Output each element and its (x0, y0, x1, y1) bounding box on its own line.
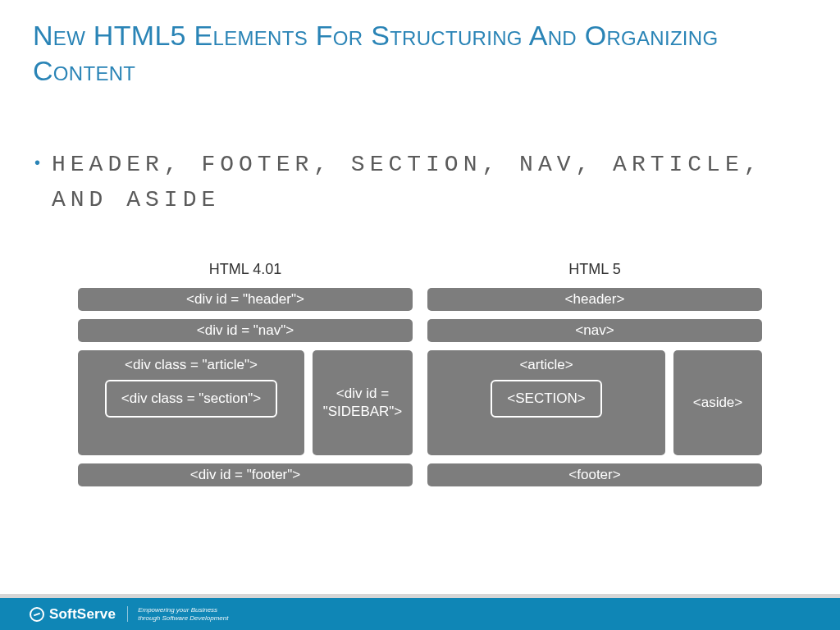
html5-column: HTML 5 <header> <nav> <article> <SECTION… (427, 261, 762, 495)
comparison-diagram: HTML 4.01 <div id = "header"> <div id = … (0, 218, 840, 495)
html4-column: HTML 4.01 <div id = "header"> <div id = … (78, 261, 413, 495)
slide-title: New HTML5 Elements for Structuring and O… (0, 0, 840, 88)
brand-tagline: Empowering your Business through Softwar… (127, 606, 228, 622)
html4-nav-bar: <div id = "nav"> (78, 319, 413, 342)
html4-footer-bar: <div id = "footer"> (78, 463, 413, 486)
html4-middle-row: <div class = "article"> <div class = "se… (78, 350, 413, 455)
html5-footer-bar: <footer> (427, 463, 762, 486)
html5-middle-row: <article> <SECTION> <aside> (427, 350, 762, 455)
html4-header-bar: <div id = "header"> (78, 288, 413, 311)
softserve-logo-icon (30, 607, 44, 622)
html4-section-box: <div class = "section"> (105, 380, 277, 418)
html4-sidebar-block: <div id = "SIDEBAR"> (313, 350, 413, 455)
html5-section-box: <SECTION> (491, 380, 601, 418)
html5-article-block: <article> <SECTION> (427, 350, 665, 455)
html5-nav-bar: <nav> (427, 319, 762, 342)
html5-title: HTML 5 (427, 261, 762, 278)
bullet-text: HEADER, FOOTER, SECTION, NAV, ARTICLE, A… (52, 147, 791, 218)
brand-logo: SoftServe (30, 606, 116, 623)
html5-aside-block: <aside> (673, 350, 762, 455)
bullet-icon: • (34, 150, 40, 175)
tagline-line-2: through Software Development (138, 614, 228, 623)
html4-article-label: <div class = "article"> (125, 357, 258, 373)
bullet-item: • HEADER, FOOTER, SECTION, NAV, ARTICLE,… (0, 88, 840, 218)
slide-footer: SoftServe Empowering your Business throu… (0, 594, 840, 630)
slide: New HTML5 Elements for Structuring and O… (0, 0, 840, 630)
tagline-line-1: Empowering your Business (138, 606, 228, 614)
html4-article-block: <div class = "article"> <div class = "se… (78, 350, 304, 455)
html4-title: HTML 4.01 (78, 261, 413, 278)
html5-article-label: <article> (519, 357, 573, 373)
html5-header-bar: <header> (427, 288, 762, 311)
brand-name: SoftServe (49, 606, 116, 623)
